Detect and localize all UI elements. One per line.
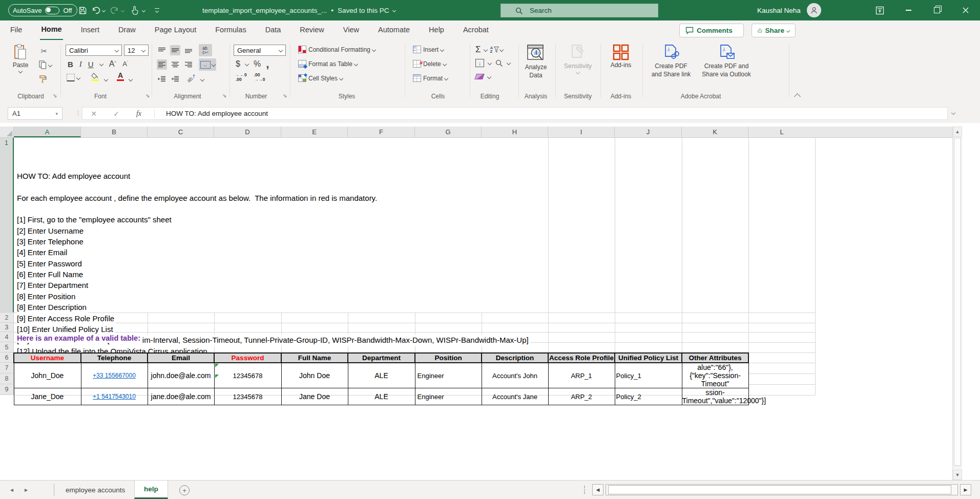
font-color-button[interactable]: A <box>117 72 124 81</box>
redo-button[interactable] <box>108 4 121 17</box>
column-header-i[interactable]: I <box>548 127 615 137</box>
format-painter-button[interactable] <box>39 75 47 83</box>
align-right-button[interactable] <box>183 59 194 70</box>
scroll-right-button[interactable]: ▶ <box>960 484 971 495</box>
column-header-a[interactable]: A <box>14 127 81 137</box>
fill-button[interactable]: ↓ <box>475 59 484 67</box>
orientation-button[interactable]: ab↗ <box>185 73 198 83</box>
autosum-button[interactable]: Σ <box>475 45 481 55</box>
table-cell[interactable]: ssion-Timeout","value":"12000"}] <box>682 388 748 405</box>
row-header-3[interactable]: 3 <box>0 323 14 332</box>
touch-mouse-mode-icon[interactable] <box>128 4 141 17</box>
table-cell[interactable]: Jane_Doe <box>14 388 81 405</box>
vertical-scrollbar[interactable]: ▲ ▼ <box>952 127 962 480</box>
fill-dropdown-icon[interactable] <box>488 61 492 65</box>
tab-acrobat[interactable]: Acrobat <box>462 21 490 39</box>
sensitivity-dropdown-icon[interactable] <box>576 70 580 74</box>
formula-input-zone[interactable]: ✕ ✓ fx HOW TO: Add employee account <box>82 107 948 120</box>
table-header-cell[interactable]: Full Name <box>281 353 348 363</box>
cell-styles-dropdown-icon[interactable] <box>339 76 343 80</box>
table-cell[interactable]: ALE <box>348 388 415 405</box>
align-center-button[interactable] <box>170 59 180 70</box>
paste-button[interactable]: Paste <box>7 44 34 73</box>
table-header-cell[interactable]: Password <box>214 353 281 363</box>
row-header-2[interactable]: 2 <box>0 313 14 323</box>
delete-cells-button[interactable]: ✕ Delete <box>413 60 446 68</box>
table-cell[interactable]: John_Doe <box>14 363 81 388</box>
column-header-h[interactable]: H <box>482 127 548 137</box>
tab-draw[interactable]: Draw <box>117 21 137 39</box>
row-header-7[interactable]: 7 <box>0 363 14 373</box>
underline-button[interactable]: U <box>88 60 94 69</box>
find-select-button[interactable] <box>495 59 503 67</box>
table-header-cell[interactable]: Other Attributes <box>682 353 748 363</box>
increase-font-button[interactable]: A^ <box>109 59 116 69</box>
font-size-select[interactable]: 12 <box>124 45 149 56</box>
cut-button[interactable]: ✂ <box>39 46 49 56</box>
confirm-entry-button[interactable]: ✓ <box>105 110 128 118</box>
create-pdf-share-outlook-button[interactable]: λ Create PDF and Share via Outlook <box>698 44 755 78</box>
autosum-dropdown-icon[interactable] <box>483 48 487 52</box>
account-area[interactable]: Kaushal Neha <box>757 0 821 20</box>
decrease-font-button[interactable]: Aˇ <box>122 60 128 68</box>
formula-content[interactable]: HOW TO: Add employee account <box>159 110 268 117</box>
conditional-formatting-dropdown-icon[interactable] <box>371 47 376 51</box>
bold-button[interactable]: B <box>68 60 73 69</box>
merge-center-button[interactable]: ↔ <box>199 58 216 71</box>
tab-insert[interactable]: Insert <box>80 21 100 39</box>
collapse-ribbon-button[interactable] <box>794 93 801 100</box>
column-header-e[interactable]: E <box>281 127 348 137</box>
tab-automate[interactable]: Automate <box>377 21 411 39</box>
increase-indent-button[interactable] <box>170 74 180 84</box>
table-cell[interactable]: alue":"66"},{"key":"Session-Timeout" <box>682 363 748 388</box>
table-cell[interactable]: ARP_2 <box>548 388 615 405</box>
sheet-next-button[interactable]: ▸ <box>25 481 28 499</box>
undo-button[interactable] <box>89 4 102 17</box>
table-header-cell[interactable]: Description <box>482 353 548 363</box>
tab-view[interactable]: View <box>342 21 360 39</box>
fill-color-button[interactable] <box>91 73 99 81</box>
cell-styles-button[interactable]: Cell Styles <box>298 74 343 82</box>
table-header-cell[interactable]: Telephone <box>81 353 148 363</box>
decrease-indent-button[interactable] <box>157 74 167 84</box>
align-left-button[interactable] <box>157 59 167 70</box>
table-cell[interactable]: John Doe <box>281 363 348 388</box>
tab-review[interactable]: Review <box>299 21 325 39</box>
format-as-table-button[interactable]: Format as Table <box>298 60 358 68</box>
sort-filter-button[interactable]: AZ <box>490 46 504 53</box>
sheet-prev-button[interactable]: ◂ <box>10 481 13 499</box>
table-cell[interactable]: Engineer <box>415 388 482 405</box>
table-cell[interactable]: +33 155667000 <box>81 363 148 388</box>
paste-dropdown-icon[interactable] <box>18 69 23 73</box>
align-bottom-button[interactable] <box>183 45 194 55</box>
tab-page-layout[interactable]: Page Layout <box>154 21 197 39</box>
comma-style-button[interactable]: , <box>266 61 269 67</box>
search-input[interactable]: Search <box>501 4 658 17</box>
avatar[interactable] <box>807 3 821 17</box>
table-header-cell[interactable]: Department <box>348 353 415 363</box>
table-header-cell[interactable]: Username <box>14 353 81 363</box>
column-header-b[interactable]: B <box>81 127 148 137</box>
column-header-f[interactable]: F <box>348 127 415 137</box>
italic-button[interactable]: I <box>79 60 82 69</box>
restore-button[interactable] <box>923 0 951 20</box>
horizontal-scroll-thumb[interactable] <box>608 485 951 494</box>
insert-function-button[interactable]: fx <box>128 110 150 118</box>
expand-formula-bar-icon[interactable] <box>951 111 955 115</box>
row-header-6[interactable]: 6 <box>0 352 14 363</box>
column-header-j[interactable]: J <box>615 127 682 137</box>
table-cell[interactable]: jane.doe@ale.com <box>148 388 214 405</box>
scroll-down-button[interactable]: ▼ <box>953 470 962 480</box>
row-header-5[interactable]: 5 <box>0 342 14 352</box>
borders-dropdown-icon[interactable] <box>76 75 80 79</box>
sheet-tab-help[interactable]: help <box>134 481 168 499</box>
percent-style-button[interactable]: % <box>254 59 261 69</box>
row-header-8[interactable]: 8 <box>0 373 14 384</box>
font-name-select[interactable]: Calibri <box>66 45 122 56</box>
conditional-formatting-button[interactable]: Conditional Formatting <box>298 46 376 53</box>
column-header-d[interactable]: D <box>214 127 281 137</box>
table-header-cell[interactable]: Position <box>415 353 482 363</box>
align-top-button[interactable] <box>157 45 167 55</box>
table-header-cell[interactable]: Unified Policy List <box>615 353 682 363</box>
table-cell[interactable]: ARP_1 <box>548 363 615 388</box>
